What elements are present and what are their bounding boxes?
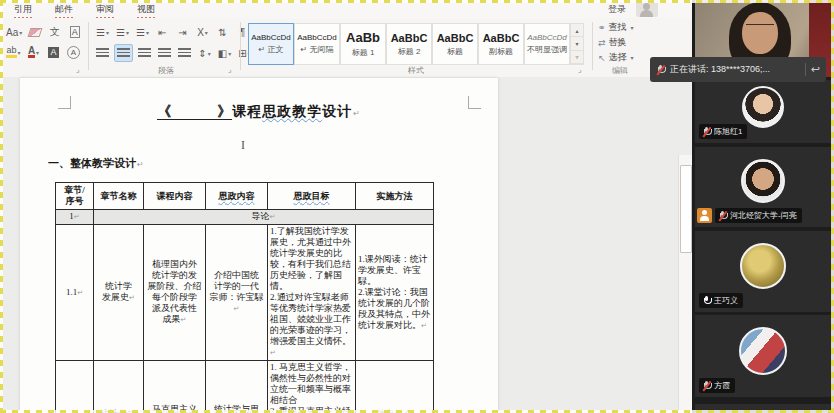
cell-chapter-name[interactable]: 统计学的 学科性质↵ (94, 361, 144, 413)
cell-sizheng-goal[interactable]: 1. 马克思主义哲学，偶然性与必然性的对立统一和频率与概率相结合 2. 重温马克… (268, 361, 356, 413)
character-shading-button[interactable]: A (45, 44, 62, 60)
cell-sizheng-goal[interactable]: 1.了解我国统计学发展史，尤其通过中外统计学发展史的比较，有利于我们总结历史经验… (268, 225, 356, 361)
align-right-button[interactable] (136, 45, 153, 61)
style-item-heading1[interactable]: AaBb 标题 1 (340, 23, 386, 65)
mic-muted-icon (656, 65, 665, 75)
bullets-button[interactable]: ☰▾ (94, 24, 111, 40)
font-dialog-launcher-icon[interactable]: ⌟ (76, 65, 80, 74)
text-highlight-button[interactable]: ab▾ (5, 44, 22, 60)
asian-layout-button[interactable]: X▾ (194, 24, 211, 40)
style-item-heading2[interactable]: AaBbC 标题 2 (386, 23, 432, 65)
screen-share-view: 引用 邮件 审阅 视图 登录 Aa▾ 文 A ab▾ A▾ A A ⌟ ☰▾ ☰… (0, 0, 834, 413)
header-sizheng-goal[interactable]: 思政目标 (268, 183, 356, 210)
participant-name-label: 王巧义 (699, 293, 743, 308)
cell-sizheng-content[interactable]: 统计学与思 政课程同向 同行↵ (206, 361, 268, 413)
phonetic-guide-button[interactable]: 文 (46, 24, 63, 40)
styles-group-label: 样式 (408, 65, 424, 76)
paragraph-group-row1: ☰▾ ☰▾ ☰▾ ⇤ ⇥ X▾ ⇅ ¶ (94, 24, 251, 40)
cell-num[interactable]: 1.1↵ (56, 225, 94, 361)
tab-review[interactable]: 审阅 (96, 3, 114, 19)
document-title[interactable]: 《 》课程思政教学设计↵ (20, 103, 498, 121)
header-chapter-no[interactable]: 章节/ 序号 (56, 183, 94, 210)
cell-intro-label[interactable]: 导论↵ (94, 210, 434, 225)
styles-scroll-down-icon[interactable]: ▾ (571, 37, 583, 50)
login-button[interactable]: 登录 (608, 3, 626, 16)
clear-formatting-button[interactable] (26, 24, 43, 40)
font-color-button[interactable]: A▾ (25, 44, 42, 60)
scrollbar-thumb[interactable] (680, 165, 692, 253)
header-course-content[interactable]: 课程内容 (144, 183, 206, 210)
numbering-button[interactable]: ☰▾ (114, 24, 131, 40)
section-heading[interactable]: 一、整体教学设计↵ (48, 156, 144, 171)
group-separator (240, 22, 241, 70)
reply-arrow-icon[interactable]: ↩ (811, 63, 820, 76)
align-center-button[interactable] (114, 44, 133, 62)
cell-course-content[interactable]: 梳理国内外 统计学的发 展阶段、介绍 每个阶段学 派及代表性 成果↵ (144, 225, 206, 361)
document-scrollbar[interactable] (678, 155, 692, 413)
font-group-row2: ab▾ A▾ A A (5, 44, 82, 60)
multilevel-list-button[interactable]: ☰▾ (134, 24, 151, 40)
decrease-indent-button[interactable]: ⇤ (154, 24, 171, 40)
cell-sizheng-content[interactable]: 介绍中国统 计学的一代 宗师：许宝騄↵ (206, 225, 268, 361)
cell-method[interactable]: 信息媒介 课堂讨论↵ (356, 361, 434, 413)
editing-group-label: 编辑 (612, 65, 628, 76)
speaking-banner: 正在讲话: 138****3706;... ↩ (650, 57, 826, 82)
change-case-button[interactable]: Aa▾ (5, 24, 23, 40)
distribute-button[interactable] (176, 45, 193, 61)
style-item-subtitle[interactable]: AaBbC 副标题 (478, 23, 524, 65)
justify-button[interactable] (156, 45, 173, 61)
eraser-icon (27, 28, 42, 37)
participant-tile[interactable]: 方霞 (695, 315, 831, 397)
participant-tile[interactable]: 河北经贸大学-闫亮 (695, 147, 831, 227)
participant-name-label: 方霞 (699, 378, 735, 393)
participant-avatar (740, 243, 786, 289)
paragraph-group-label: 段落 (158, 65, 174, 76)
participant-tile[interactable]: 陈旭红1 (695, 80, 831, 143)
align-left-button[interactable] (94, 45, 111, 61)
styles-more-icon[interactable]: ▿ (571, 51, 583, 64)
style-item-subtle-emphasis[interactable]: AaBbCcDd 不明显强调 (524, 23, 570, 65)
find-button[interactable]: ⚭ 查找 ▾ (598, 21, 634, 34)
line-spacing-button[interactable]: ⇕▾ (196, 45, 213, 61)
cell-method[interactable]: 1.课外阅读：统计学发展史、许宝騄。 2.课堂讨论：我国统计发展的几个阶段及其特… (356, 225, 434, 361)
header-sizheng-content[interactable]: 思政内容 (206, 183, 268, 210)
styles-gallery-scrollbar[interactable]: ▴ ▾ ▿ (570, 23, 584, 65)
mic-muted-icon (702, 381, 711, 391)
cell-intro-num[interactable]: 1↵ (56, 210, 94, 225)
group-separator (88, 22, 89, 70)
participant-tile[interactable]: 王巧义 (695, 231, 831, 312)
presenter-badge-icon (697, 208, 712, 223)
styles-dialog-launcher-icon[interactable]: ⌟ (578, 65, 582, 74)
style-item-normal[interactable]: AaBbCcDd ↵ 正文 (248, 23, 294, 65)
styles-scroll-up-icon[interactable]: ▴ (571, 24, 583, 37)
increase-indent-button[interactable]: ⇥ (174, 24, 191, 40)
document-page[interactable]: 《 》课程思政教学设计↵ I 一、整体教学设计↵ 章节/ 序号 章节名称 课程内… (20, 78, 498, 413)
style-item-title[interactable]: AaBbC 标题 (432, 23, 478, 65)
participant-tile-partial[interactable] (695, 404, 831, 413)
replace-icon: ⇄ (598, 38, 606, 48)
tab-view[interactable]: 视图 (137, 3, 155, 19)
header-method[interactable]: 实施方法 (356, 183, 434, 210)
tab-references[interactable]: 引用 (14, 3, 32, 19)
font-group-row1: Aa▾ 文 A (5, 24, 83, 40)
paragraph-group-row2: ⇕▾ ◧▾ ⊞▾ (94, 44, 253, 62)
shading-button[interactable]: ◧▾ (216, 45, 233, 61)
cell-course-content[interactable]: 马克思主义 是统计学的 理论基础↵ (144, 361, 206, 413)
group-separator (592, 22, 593, 70)
sort-button[interactable]: ⇅ (214, 24, 231, 40)
character-border-button[interactable]: A (66, 24, 83, 40)
header-chapter-name[interactable]: 章节名称 (94, 183, 144, 210)
account-avatar-icon[interactable] (636, 1, 658, 17)
select-button[interactable]: ↖ 选择 ▾ (598, 51, 634, 64)
cell-chapter-name[interactable]: 统计学 发展史↵ (94, 225, 144, 361)
mic-muted-icon (702, 127, 711, 137)
teaching-design-table: 章节/ 序号 章节名称 课程内容 思政内容 思政目标 实施方法 1↵ 导论↵ 1… (55, 182, 434, 413)
cell-num[interactable]: 1.2↵ (56, 361, 94, 413)
ribbon-tab-bar: 引用 邮件 审阅 视图 登录 (0, 0, 694, 18)
style-item-no-spacing[interactable]: AaBbCcDd ↵ 无间隔 (294, 23, 340, 65)
tab-mailings[interactable]: 邮件 (55, 3, 73, 19)
replace-button[interactable]: ⇄ 替换 (598, 36, 627, 49)
enclose-characters-button[interactable]: A (65, 44, 82, 60)
mic-on-icon (702, 296, 711, 306)
paragraph-dialog-launcher-icon[interactable]: ⌟ (228, 65, 232, 74)
